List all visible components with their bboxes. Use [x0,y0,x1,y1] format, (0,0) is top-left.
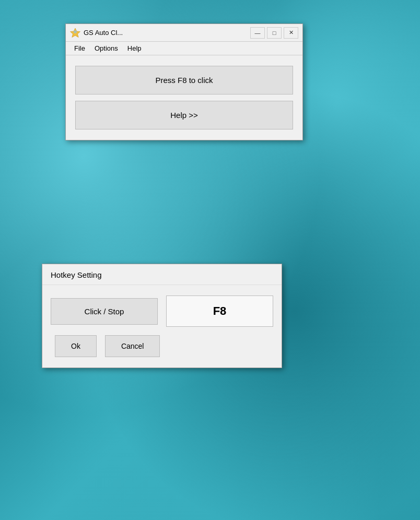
menu-bar: File Options Help [66,42,302,55]
help-button[interactable]: Help >> [75,101,293,129]
dialog-content: Click / Stop F8 Ok Cancel [42,285,282,368]
hotkey-dialog: Hotkey Setting Click / Stop F8 Ok Cancel [42,264,282,368]
svg-point-1 [74,30,77,33]
window-controls: — □ ✕ [250,27,298,39]
menu-file[interactable]: File [70,43,89,54]
window-title: GS Auto Cl... [84,29,250,37]
close-button[interactable]: ✕ [284,27,298,39]
ok-button[interactable]: Ok [55,335,97,357]
minimize-button[interactable]: — [250,27,265,39]
menu-options[interactable]: Options [90,43,122,54]
title-bar: GS Auto Cl... — □ ✕ [66,24,302,42]
press-f8-button[interactable]: Press F8 to click [75,66,293,94]
hotkey-value-display: F8 [166,296,273,327]
app-icon [70,28,80,38]
maximize-button[interactable]: □ [267,27,282,39]
hotkey-row: Click / Stop F8 [51,296,273,327]
cancel-button[interactable]: Cancel [105,335,160,357]
main-content: Press F8 to click Help >> [66,55,302,140]
main-window: GS Auto Cl... — □ ✕ File Options Help Pr… [65,23,303,140]
dialog-title: Hotkey Setting [42,264,282,285]
menu-help[interactable]: Help [123,43,146,54]
dialog-actions: Ok Cancel [51,335,273,357]
click-stop-button[interactable]: Click / Stop [51,298,158,325]
